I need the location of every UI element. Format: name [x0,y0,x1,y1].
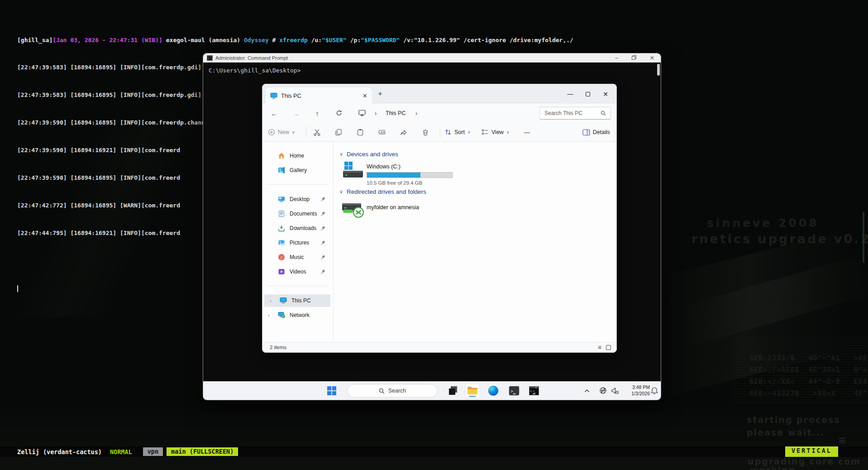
details-pane-button[interactable]: Details [582,123,610,142]
forward-icon[interactable]: → [293,110,300,117]
sidebar-item-label: Downloads [290,225,316,231]
drive-name: Windows (C:) [367,163,401,170]
tray-network-offline-icon[interactable] [600,387,607,395]
cut-button[interactable] [310,125,324,139]
section-redirected-drives[interactable]: ∨ Redirected drives and folders [339,188,426,195]
toolbar-divider [306,127,306,138]
sidebar-item-documents[interactable]: Documents [262,207,332,220]
sidebar-item-label: Videos [290,269,306,275]
cmd-prompt-text: C:\Users\ghill_sa\Desktop> [209,67,301,74]
breadcrumb-this-pc[interactable]: This PC [386,110,405,116]
cmd-taskbar-button[interactable]: C:\_ [529,386,539,395]
chevron-right-icon[interactable]: › [268,312,270,318]
desktops-app-button[interactable] [448,386,458,396]
explorer-tabstrip: This PC ✕ ＋ — ✕ [262,84,616,104]
tray-chevron-up-icon[interactable] [584,389,590,393]
tray-volume-muted-icon[interactable] [611,388,619,394]
details-button-label: Details [593,129,610,135]
sidebar-item-label: Home [290,153,304,159]
documents-icon [278,210,285,217]
rdp-close-button[interactable]: ✕ [650,55,654,61]
breadcrumb-chevron-icon[interactable]: › [415,110,418,117]
sidebar-item-videos[interactable]: Videos [262,265,332,278]
tab-this-pc[interactable]: This PC ✕ [266,88,372,104]
sidebar-item-music[interactable]: ♪ Music [262,251,332,264]
rdp-window-titlebar[interactable]: C:\ Administrator: Command Prompt – ✕ [203,53,661,62]
up-icon[interactable]: ↑ [315,110,319,117]
breadcrumb-device-icon[interactable] [358,110,366,118]
chevron-down-icon: ∨ [506,130,510,134]
file-explorer-taskbar-button[interactable] [465,383,480,398]
sort-icon [444,129,452,136]
desktops-app-icon [448,386,458,396]
sidebar-item-gallery[interactable]: Gallery [262,164,332,177]
sidebar-divider [267,184,329,185]
explorer-minimize-button[interactable]: — [567,91,573,97]
section-devices-and-drives[interactable]: ∨ Devices and drives [339,151,398,158]
explorer-content: ∨ Devices and drives Windows (C:) 10.5 G… [334,142,616,342]
view-icon [482,129,489,136]
refresh-icon[interactable] [336,110,343,118]
sidebar-item-downloads[interactable]: Downloads [262,222,332,235]
section-title: Redirected drives and folders [347,188,426,195]
share-button[interactable] [396,125,411,139]
file-explorer-window[interactable]: This PC ✕ ＋ — ✕ ← → ↑ › This PC › [262,84,617,353]
rdp-window-title: Administrator: Command Prompt [215,55,615,61]
sidebar-item-desktop[interactable]: Desktop [262,193,332,206]
explorer-toolbar: New ∨ A Sort ∨ View ∨ [262,123,616,142]
sidebar-item-network[interactable]: › Network [262,309,332,321]
tab-close-icon[interactable]: ✕ [362,92,367,99]
list-view-icon[interactable]: ≡ [598,344,601,351]
terminal-taskbar-button[interactable]: >_ [509,386,520,396]
chevron-down-icon[interactable]: ∨ [339,189,343,195]
back-icon[interactable]: ← [271,110,278,117]
zellij-status-bar: Zellij (verdant-cactus) NORMAL vpn main … [0,446,868,457]
drive-free-space: 10.5 GB free of 29.4 GB [367,180,422,186]
view-button[interactable]: View ∨ [482,123,509,142]
paste-button[interactable] [353,125,367,139]
more-options-button[interactable]: ⋯ [524,123,530,142]
start-button[interactable] [327,386,336,395]
toolbar-divider [440,127,440,138]
chevron-right-icon[interactable]: › [270,298,272,303]
sidebar-item-pictures[interactable]: Pictures [262,236,332,249]
tray-clock[interactable]: 3:48 PM 1/3/2026 [626,384,650,397]
copy-button[interactable] [331,125,346,139]
new-button[interactable]: New ∨ [268,123,295,142]
new-tab-button[interactable]: ＋ [377,89,384,99]
chevron-down-icon[interactable]: ∨ [339,151,343,157]
running-app-indicator [513,393,515,395]
explorer-maximize-button[interactable] [586,92,590,96]
breadcrumb-chevron-icon: › [375,110,377,117]
thumbnail-view-icon[interactable] [606,345,611,350]
rdp-restore-button[interactable] [632,55,636,61]
details-panel-icon [582,129,590,136]
explorer-search-box[interactable]: Search This PC [539,107,611,120]
tab-label: This PC [281,93,362,99]
zellij-tab-main[interactable]: main (FULLSCREEN) [167,447,238,456]
rdp-client-window[interactable]: C:\ Administrator: Command Prompt – ✕ C:… [203,53,661,400]
zellij-layout-badge: VERTICAL [785,446,838,457]
edge-taskbar-button[interactable] [488,385,499,396]
folder-icon [467,386,478,395]
zellij-tab-vpn[interactable]: vpn [143,447,163,456]
sidebar-item-this-pc[interactable]: › This PC [264,294,330,307]
items-count: 2 items [270,345,286,350]
console-scrollbar-thumb[interactable] [657,64,660,76]
explorer-close-button[interactable]: ✕ [603,91,608,98]
tray-time: 3:48 PM [626,384,650,391]
remote-desktop-console[interactable]: C:\Users\ghill_sa\Desktop> This PC ✕ ＋ —… [203,62,661,381]
delete-button[interactable] [418,125,433,139]
view-button-label: View [491,129,504,135]
search-icon [601,110,606,116]
sidebar-divider [267,286,329,286]
svg-text:>_: >_ [511,389,516,393]
taskbar-search-box[interactable]: Search [347,384,438,398]
rename-button[interactable]: A [375,125,389,139]
rdp-minimize-button[interactable]: – [615,55,618,61]
sidebar-item-home[interactable]: Home [262,149,332,162]
taskbar-search-placeholder: Search [388,388,406,394]
tray-notifications-bell-icon[interactable] [651,387,658,395]
cmd-icon: C:\ [207,55,213,61]
sort-button[interactable]: Sort ∨ [444,123,471,142]
